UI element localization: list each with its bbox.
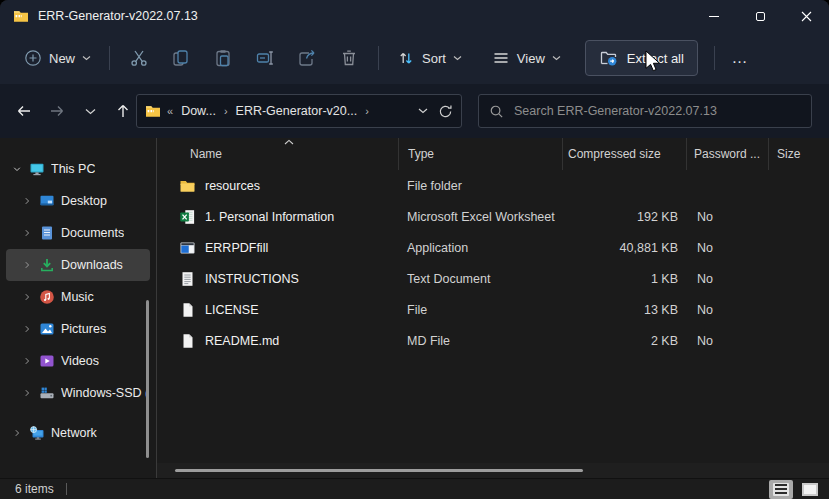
sidebar-item-label: Desktop — [61, 194, 107, 208]
chevron-down-icon[interactable] — [8, 164, 26, 174]
sidebar-item-label: Music — [61, 290, 94, 304]
status-bar: 6 items — [0, 478, 829, 499]
search-icon — [489, 104, 504, 119]
chevron-right-icon[interactable] — [18, 356, 36, 366]
column-header-compressed-size[interactable]: Compressed size — [562, 138, 686, 170]
file-compressed-size: 13 KB — [562, 303, 686, 317]
file-row-instructions[interactable]: INSTRUCTIONS Text Document 1 KB No — [157, 263, 829, 294]
zip-folder-icon — [13, 8, 29, 24]
minimize-icon — [709, 16, 719, 17]
share-icon — [297, 48, 317, 68]
zip-folder-icon — [145, 103, 161, 119]
cut-button[interactable] — [118, 40, 160, 76]
file-row-errpdffill[interactable]: ERRPDFfill Application 40,881 KB No — [157, 232, 829, 263]
file-explorer-window: ERR-Generator-v2022.07.13 New — [0, 0, 829, 499]
navigation-pane: This PC Desktop Documents Downloads Musi — [0, 138, 157, 478]
chevron-right-icon[interactable] — [18, 324, 36, 334]
sidebar-item-music[interactable]: Music — [6, 281, 150, 313]
new-button[interactable]: New — [14, 40, 101, 76]
sidebar-item-desktop[interactable]: Desktop — [6, 185, 150, 217]
sidebar-item-pictures[interactable]: Pictures — [6, 313, 150, 345]
sidebar-item-documents[interactable]: Documents — [6, 217, 150, 249]
details-view-button[interactable] — [769, 480, 793, 499]
breadcrumb-overflow[interactable]: « — [163, 105, 177, 117]
sidebar-item-label: This PC — [51, 162, 95, 176]
chevron-right-icon[interactable] — [18, 388, 36, 398]
file-row-license[interactable]: LICENSE File 13 KB No — [157, 294, 829, 325]
horizontal-scrollbar-thumb[interactable] — [175, 469, 583, 472]
search-input[interactable] — [514, 104, 801, 118]
folder-icon — [179, 178, 196, 194]
file-list: Name Type Compressed size Password ... S… — [157, 138, 829, 478]
file-name: ERRPDFfill — [205, 241, 268, 255]
chevron-right-icon[interactable] — [18, 292, 36, 302]
recent-locations-button[interactable] — [74, 95, 106, 127]
sidebar-item-this-pc[interactable]: This PC — [6, 153, 150, 185]
view-button-label: View — [517, 51, 545, 66]
refresh-icon[interactable] — [438, 104, 453, 119]
sidebar-item-label: Documents — [61, 226, 124, 240]
text-document-icon — [179, 271, 196, 287]
delete-button[interactable] — [328, 40, 370, 76]
pictures-icon — [39, 321, 56, 337]
breadcrumb-current-folder[interactable]: ERR-Generator-v20... — [232, 104, 362, 118]
back-button[interactable] — [8, 95, 40, 127]
forward-button[interactable] — [41, 95, 73, 127]
extract-all-button[interactable]: Extract all — [585, 40, 698, 76]
recent-locations-icon — [85, 108, 96, 115]
sidebar-scrollbar[interactable] — [146, 300, 149, 458]
sidebar-item-network[interactable]: Network — [6, 417, 150, 449]
see-more-icon: … — [731, 53, 748, 63]
paste-icon — [213, 48, 233, 68]
paste-button[interactable] — [202, 40, 244, 76]
sort-button-label: Sort — [422, 51, 446, 66]
copy-icon — [171, 48, 191, 68]
address-bar[interactable]: « Dow... › ERR-Generator-v20... › — [136, 94, 462, 128]
chevron-right-icon[interactable] — [18, 260, 36, 270]
sort-button[interactable]: Sort — [387, 40, 472, 76]
file-icon — [179, 333, 196, 349]
sidebar-item-windows-ssd[interactable]: Windows-SSD ( — [6, 377, 150, 409]
chevron-right-icon[interactable] — [18, 196, 36, 206]
breadcrumb-separator[interactable]: › — [361, 105, 373, 117]
column-header-password[interactable]: Password ... — [686, 138, 768, 170]
see-more-button[interactable]: … — [723, 40, 757, 76]
horizontal-scrollbar-track[interactable] — [157, 463, 829, 478]
breadcrumb-separator[interactable]: › — [220, 105, 232, 117]
file-name: README.md — [205, 334, 279, 348]
file-password: No — [686, 272, 768, 286]
column-header-name[interactable]: Name — [157, 138, 398, 170]
file-row-readme[interactable]: README.md MD File 2 KB No — [157, 325, 829, 356]
minimize-button[interactable] — [691, 0, 737, 32]
share-button[interactable] — [286, 40, 328, 76]
chevron-right-icon[interactable] — [8, 428, 26, 438]
status-divider — [66, 483, 67, 495]
copy-button[interactable] — [160, 40, 202, 76]
large-icons-view-button[interactable] — [798, 480, 822, 499]
view-button[interactable]: View — [482, 40, 571, 76]
address-dropdown-icon[interactable] — [418, 108, 428, 114]
mouse-cursor — [644, 50, 664, 74]
column-header-type[interactable]: Type — [398, 138, 562, 170]
chevron-right-icon[interactable] — [18, 228, 36, 238]
file-row-resources[interactable]: resources File folder — [157, 170, 829, 201]
titlebar: ERR-Generator-v2022.07.13 — [0, 0, 829, 32]
large-icons-view-icon — [802, 483, 818, 496]
up-button[interactable] — [107, 95, 139, 127]
rename-button[interactable] — [244, 40, 286, 76]
file-row-personal-information[interactable]: 1. Personal Information Microsoft Excel … — [157, 201, 829, 232]
file-compressed-size: 1 KB — [562, 272, 686, 286]
sidebar-item-label: Downloads — [61, 258, 123, 272]
sidebar-item-videos[interactable]: Videos — [6, 345, 150, 377]
close-button[interactable] — [783, 0, 829, 32]
sidebar-item-downloads[interactable]: Downloads — [6, 249, 150, 281]
this-pc-icon — [29, 161, 46, 177]
maximize-button[interactable] — [737, 0, 783, 32]
toolbar-separator — [714, 46, 715, 70]
music-icon — [39, 289, 56, 305]
column-header-size[interactable]: Size — [768, 138, 829, 170]
delete-icon — [339, 48, 359, 68]
search-box[interactable] — [478, 94, 812, 128]
excel-icon — [179, 209, 196, 225]
breadcrumb-downloads[interactable]: Dow... — [177, 104, 220, 118]
